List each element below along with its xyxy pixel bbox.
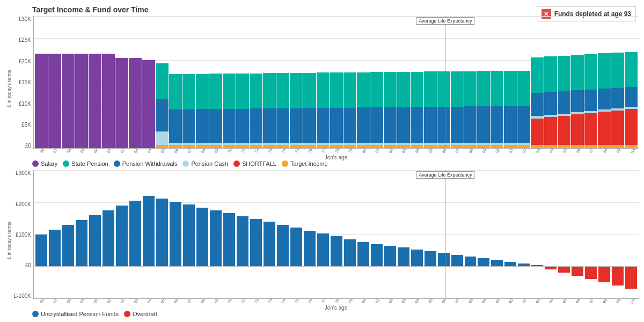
bar-group: [75, 16, 88, 148]
bar-group-2: [571, 170, 584, 298]
bar-group-2: [384, 170, 397, 298]
legend-item: State Pension: [63, 160, 108, 167]
bar-group-2: [236, 170, 249, 298]
legend-item: Pension Cash: [182, 160, 228, 167]
bar-group: [464, 16, 477, 148]
legend-item: SHORTFALL: [233, 160, 276, 167]
main-container: ✕ Funds depleted at age 93 Target Income…: [0, 0, 644, 322]
chart1-bars: [34, 16, 639, 148]
legend-color: [114, 160, 120, 167]
legend-label: Overdraft: [133, 311, 157, 317]
bar-group-2: [263, 170, 276, 298]
bar-group-2: [223, 170, 236, 298]
bar-group-2: [48, 170, 61, 298]
chart2-yticks: £300K £200K £100K £0 £-100K: [13, 170, 33, 299]
bar-group: [357, 16, 370, 148]
bar-group: [437, 16, 450, 148]
bar-group: [182, 16, 195, 148]
bar-group-2: [317, 170, 330, 298]
bar-group: [89, 16, 101, 148]
bar-group: [517, 16, 530, 148]
bar-group: [544, 16, 557, 148]
bar-group-2: [611, 170, 624, 298]
legend-item: Pension Withdrawals: [114, 160, 178, 167]
bar-group: [263, 16, 276, 148]
bar-group-2: [330, 170, 343, 298]
bar-group: [411, 16, 423, 148]
chart1-yticks: £30K £25K £20K £15K £10K £5K £0: [13, 16, 33, 149]
bar-group-2: [424, 170, 437, 298]
chart2-legend: Uncrystallised Pension FundsOverdraft: [32, 311, 639, 317]
legend-label: Target Income: [290, 160, 328, 167]
bar-group-2: [209, 170, 222, 298]
legend-color: [282, 160, 288, 167]
legend-color: [63, 160, 69, 167]
bar-group: [250, 16, 262, 148]
chart2-avg-life-label: Average Life Expectancy: [416, 171, 474, 179]
bar-group: [142, 16, 155, 148]
bar-group: [330, 16, 343, 148]
bar-group-2: [370, 170, 383, 298]
legend-label: Pension Withdrawals: [122, 160, 178, 167]
bar-group: [115, 16, 128, 148]
bar-group-2: [142, 170, 155, 298]
bar-group: [156, 16, 169, 148]
chart1-legend: SalaryState PensionPension WithdrawalsPe…: [32, 160, 639, 167]
bar-group-2: [625, 170, 638, 298]
chart1-yaxis-label: £ in today's terms: [6, 70, 12, 107]
bar-group-2: [62, 170, 75, 298]
bar-group: [236, 16, 249, 148]
legend-label: Salary: [41, 160, 57, 167]
bar-group-2: [343, 170, 356, 298]
bar-group: [477, 16, 490, 148]
chart1-section: Target Income & Fund over Time £ in toda…: [5, 5, 639, 169]
chart2-yaxis-label: £ in today's terms: [6, 222, 12, 259]
bar-group-2: [156, 170, 169, 298]
bar-group-2: [89, 170, 101, 298]
bar-group: [598, 16, 611, 148]
legend-item: Uncrystallised Pension Funds: [32, 311, 119, 317]
bar-group-2: [598, 170, 611, 298]
bar-group-2: [437, 170, 450, 298]
bar-group-2: [35, 170, 48, 298]
chart1-title: Target Income & Fund over Time: [32, 5, 639, 14]
bar-group-2: [102, 170, 115, 298]
bar-group-2: [196, 170, 209, 298]
legend-label: Pension Cash: [191, 160, 228, 167]
bar-group: [504, 16, 517, 148]
bar-group: [343, 16, 356, 148]
bar-group: [290, 16, 303, 148]
chart1-plot: Average Life Expectancy: [33, 16, 639, 149]
bar-group-2: [504, 170, 517, 298]
legend-item: Target Income: [282, 160, 328, 167]
legend-label: SHORTFALL: [242, 160, 276, 167]
bar-group: [451, 16, 464, 148]
bar-group: [303, 16, 316, 148]
chart1-xaxis-title: Jon's age: [33, 155, 639, 160]
bar-group-2: [544, 170, 557, 298]
bar-group: [169, 16, 182, 148]
bar-group-2: [584, 170, 597, 298]
chart2-bars: [34, 170, 639, 298]
bar-group: [571, 16, 584, 148]
bar-group-2: [464, 170, 477, 298]
bar-group-2: [451, 170, 464, 298]
legend-color: [32, 160, 39, 167]
bar-group-2: [303, 170, 316, 298]
bar-group-2: [558, 170, 570, 298]
legend-color: [233, 160, 240, 167]
bar-group-2: [397, 170, 410, 298]
bar-group: [531, 16, 544, 148]
bar-group: [397, 16, 410, 148]
bar-group-2: [517, 170, 530, 298]
chart1-xaxis: 5657585960616263646566676869707172737475…: [33, 149, 639, 155]
legend-item: Overdraft: [124, 311, 157, 317]
bar-group-2: [250, 170, 262, 298]
bar-group: [209, 16, 222, 148]
bar-group: [196, 16, 209, 148]
bar-group-2: [290, 170, 303, 298]
bar-group-2: [182, 170, 195, 298]
bar-group-2: [531, 170, 544, 298]
bar-group: [62, 16, 75, 148]
bar-group-2: [129, 170, 142, 298]
